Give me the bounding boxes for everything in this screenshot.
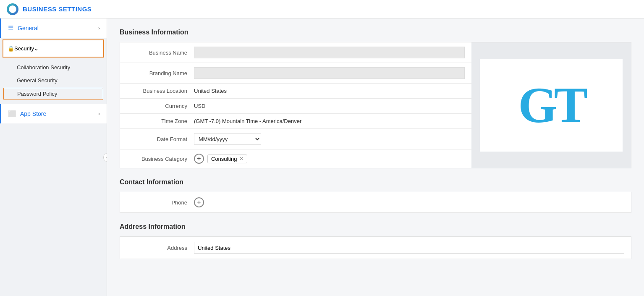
address-input[interactable] xyxy=(194,242,624,254)
branding-name-label: Branding Name xyxy=(127,70,194,76)
branding-name-input[interactable] xyxy=(194,67,465,79)
chevron-right-app-icon: › xyxy=(98,111,100,117)
branding-name-row: Branding Name xyxy=(120,63,471,84)
currency-label: Currency xyxy=(127,103,194,109)
sidebar-item-general[interactable]: ☰ General › xyxy=(0,18,107,38)
sidebar-item-collaboration-security[interactable]: Collaboration Security xyxy=(0,61,107,74)
category-remove-button[interactable]: ✕ xyxy=(239,156,243,162)
sidebar-collapse-button[interactable]: ◀ xyxy=(103,153,107,162)
address-info-card: Address xyxy=(120,236,631,259)
topbar: BUSINESS SETTINGS xyxy=(0,0,644,18)
business-name-row: Business Name xyxy=(120,42,471,63)
collapse-icon: ◀ xyxy=(106,155,107,160)
date-format-label: Date Format xyxy=(127,136,194,142)
sidebar: ☰ General › 🔒 Security ⌄ Collaboration S… xyxy=(0,18,107,296)
business-location-label: Business Location xyxy=(127,88,194,94)
app-store-icon: ⬜ xyxy=(8,110,16,118)
currency-row: Currency USD xyxy=(120,99,471,114)
business-category-row: Business Category + Consulting ✕ xyxy=(120,149,471,168)
sidebar-item-app-store-label: App Store xyxy=(20,110,98,117)
date-format-select-wrapper: MM/dd/yyyy dd/MM/yyyy yyyy/MM/dd xyxy=(194,133,261,145)
chevron-down-icon: ⌄ xyxy=(34,45,39,52)
logo-letters: GT xyxy=(518,76,584,134)
business-category-label: Business Category xyxy=(127,156,194,162)
business-location-value: United States xyxy=(194,88,465,94)
business-name-label: Business Name xyxy=(127,50,194,56)
sidebar-item-security[interactable]: 🔒 Security ⌄ xyxy=(3,39,104,58)
category-tag-label: Consulting xyxy=(211,156,237,162)
business-info-title: Business Information xyxy=(120,29,631,36)
add-category-button[interactable]: + xyxy=(194,154,204,164)
business-name-input[interactable] xyxy=(194,47,465,58)
general-icon: ☰ xyxy=(8,24,13,32)
chevron-right-icon: › xyxy=(98,25,100,31)
category-tag: Consulting ✕ xyxy=(207,155,247,163)
logo-panel: GT xyxy=(471,42,631,168)
security-submenu: Collaboration Security General Security … xyxy=(0,59,107,102)
logo-inner xyxy=(9,5,16,13)
business-location-row: Business Location United States xyxy=(120,84,471,99)
timezone-row: Time Zone (GMT -7.0) Mountain Time - Ame… xyxy=(120,114,471,129)
main-layout: ☰ General › 🔒 Security ⌄ Collaboration S… xyxy=(0,18,644,296)
address-info-title: Address Information xyxy=(120,223,631,231)
sidebar-item-app-store[interactable]: ⬜ App Store › xyxy=(0,104,107,123)
business-info-card: Business Name Branding Name Business Loc… xyxy=(120,42,631,168)
contact-info-card: Phone + xyxy=(120,192,631,213)
phone-add-wrapper: + xyxy=(194,197,624,207)
phone-row: Phone + xyxy=(120,192,631,212)
page-title: BUSINESS SETTINGS xyxy=(23,5,92,13)
sidebar-item-general-security[interactable]: General Security xyxy=(0,74,107,87)
main-content: Business Information Business Name Brand… xyxy=(107,18,644,296)
date-format-row: Date Format MM/dd/yyyy dd/MM/yyyy yyyy/M… xyxy=(120,129,471,149)
sidebar-item-general-label: General xyxy=(18,25,98,31)
security-icon: 🔒 xyxy=(8,45,14,52)
logo-display: GT xyxy=(480,59,623,152)
category-row: + Consulting ✕ xyxy=(194,154,247,164)
sidebar-item-security-label: Security xyxy=(14,45,34,52)
contact-info-title: Contact Information xyxy=(120,178,631,186)
add-phone-button[interactable]: + xyxy=(194,197,204,207)
app-logo xyxy=(7,3,18,15)
sidebar-item-password-policy[interactable]: Password Policy xyxy=(3,88,103,100)
address-row: Address xyxy=(120,237,631,259)
timezone-label: Time Zone xyxy=(127,118,194,124)
phone-label: Phone xyxy=(127,199,194,206)
business-info-fields: Business Name Branding Name Business Loc… xyxy=(120,42,471,168)
timezone-value: (GMT -7.0) Mountain Time - America/Denve… xyxy=(194,118,465,124)
address-label: Address xyxy=(127,245,194,251)
currency-value: USD xyxy=(194,103,465,109)
date-format-select[interactable]: MM/dd/yyyy dd/MM/yyyy yyyy/MM/dd xyxy=(194,133,261,145)
